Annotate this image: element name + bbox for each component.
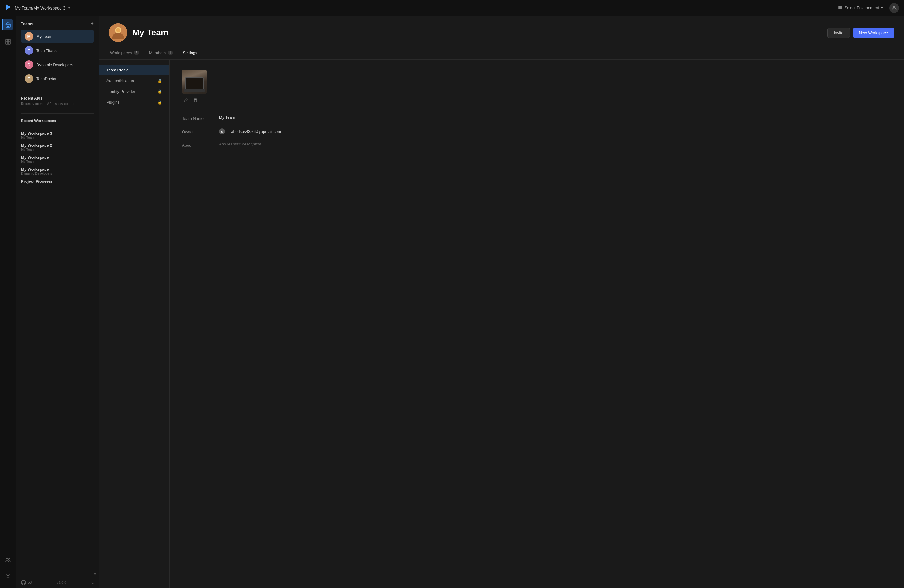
tab-workspaces[interactable]: Workspaces 3 <box>109 47 141 59</box>
team-header-left: My Team <box>109 24 169 42</box>
tabs-bar: Workspaces 3 Members 1 Settings <box>99 47 904 60</box>
topbar: My Team/My Workspace 3 ▾ Select Environm… <box>0 0 904 16</box>
workspace-name-4: Project Pioneers <box>21 179 94 183</box>
owner-divider: | <box>228 129 228 134</box>
grid-icon[interactable] <box>2 36 14 47</box>
tab-settings-label: Settings <box>183 51 198 55</box>
scroll-down-arrow[interactable]: ▾ <box>94 571 96 577</box>
new-workspace-button[interactable]: New Workspace <box>853 28 894 38</box>
svg-point-13 <box>7 575 9 577</box>
tab-members[interactable]: Members 1 <box>148 47 174 59</box>
workspace-team-3: Dynamic Developers <box>21 172 94 175</box>
select-env-label: Select Environment <box>844 6 879 10</box>
settings-item-plugins[interactable]: Plugins 🔒 <box>99 97 169 107</box>
svg-point-12 <box>8 559 10 560</box>
add-team-button[interactable]: + <box>90 21 94 27</box>
workspace-team-0: My Team <box>21 136 94 139</box>
team-header-actions: Invite New Workspace <box>827 28 894 38</box>
team-avatar-tech-titans: T <box>25 46 33 55</box>
workspace-item-3[interactable]: My Workspace Dynamic Developers <box>21 165 94 177</box>
team-name-my-team: My Team <box>36 34 52 39</box>
github-count: 53 <box>28 580 32 585</box>
team-name-label: Team Name <box>182 115 213 121</box>
workspace-item-4[interactable]: Project Pioneers <box>21 177 94 185</box>
recent-apis-section: Recent APIs Recently opened APIs show up… <box>16 94 99 111</box>
workspace-team-2: My Team <box>21 160 94 163</box>
sidebar: Teams + M My Team T Tech Titans D Dynami… <box>16 16 99 588</box>
recent-apis-subtitle: Recently opened APIs show up here. <box>21 102 94 106</box>
tab-settings[interactable]: Settings <box>182 47 199 59</box>
svg-rect-2 <box>838 7 842 8</box>
team-item-my-team[interactable]: M My Team <box>21 30 94 43</box>
workspace-scroll-container: My Workspace 3 My Team My Workspace 2 My… <box>16 127 99 577</box>
workspace-item-0[interactable]: My Workspace 3 My Team <box>21 129 94 141</box>
team-avatar-my-team: M <box>25 32 33 41</box>
layers-icon <box>838 5 842 11</box>
workspace-item-1[interactable]: My Workspace 2 My Team <box>21 141 94 153</box>
svg-rect-10 <box>8 42 11 44</box>
settings-item-authentication[interactable]: Authenthication 🔒 <box>99 75 169 86</box>
recent-apis-title: Recent APIs <box>21 96 94 101</box>
svg-rect-18 <box>194 100 197 102</box>
about-label: About <box>182 142 213 148</box>
team-name-tech-titans: Tech Titans <box>36 48 57 53</box>
invite-button[interactable]: Invite <box>827 28 850 38</box>
topbar-title: My Team/My Workspace 3 <box>15 6 65 11</box>
user-avatar[interactable] <box>889 3 899 13</box>
settings-content: Team Name My Team Owner s | abcdsus43s6@… <box>170 60 904 588</box>
team-item-dynamic-developers[interactable]: D Dynamic Developers <box>21 58 94 71</box>
sidebar-bottom: 53 v2.8.0 « <box>16 577 99 588</box>
workspace-name-1: My Workspace 2 <box>21 143 94 148</box>
team-name-dynamic-developers: Dynamic Developers <box>36 62 73 67</box>
about-field: About Add teams's description <box>182 142 892 148</box>
team-photo-wrapper <box>182 70 207 105</box>
team-photo-section <box>182 70 892 105</box>
plugins-label: Plugins <box>106 100 120 104</box>
github-info[interactable]: 53 <box>21 580 32 585</box>
svg-rect-3 <box>838 8 842 9</box>
rail-bottom-group <box>2 555 14 585</box>
team-icon[interactable] <box>2 555 14 566</box>
svg-rect-7 <box>6 40 8 41</box>
team-header-avatar <box>109 24 127 42</box>
topbar-left: My Team/My Workspace 3 ▾ <box>5 4 70 12</box>
about-value[interactable]: Add teams's description <box>219 142 261 146</box>
select-environment-button[interactable]: Select Environment ▾ <box>834 3 886 13</box>
owner-field: Owner s | abcdsus43s6@yopmail.com <box>182 128 892 134</box>
settings-icon[interactable] <box>2 571 14 582</box>
settings-item-identity-provider[interactable]: Identity Provider 🔒 <box>99 86 169 97</box>
team-item-tech-doctor[interactable]: T TechDoctor <box>21 72 94 85</box>
edit-photo-button[interactable] <box>182 96 190 105</box>
topbar-dropdown-icon[interactable]: ▾ <box>68 6 70 10</box>
logo-icon[interactable] <box>5 4 12 12</box>
workspace-list: My Workspace 3 My Team My Workspace 2 My… <box>16 127 99 577</box>
delete-photo-button[interactable] <box>192 96 199 105</box>
workspace-name-0: My Workspace 3 <box>21 131 94 136</box>
home-icon[interactable] <box>2 19 13 30</box>
identity-provider-lock-icon: 🔒 <box>157 90 162 94</box>
team-name-tech-doctor: TechDoctor <box>36 77 57 81</box>
team-avatar-dynamic-developers: D <box>25 60 33 69</box>
teams-title: Teams <box>21 22 33 26</box>
owner-value: s | abcdsus43s6@yopmail.com <box>219 128 281 134</box>
svg-point-16 <box>116 28 120 32</box>
recent-workspaces-section: Recent Workspaces <box>16 116 99 127</box>
select-env-dropdown-icon: ▾ <box>881 6 883 10</box>
settings-item-team-profile[interactable]: Team Profile <box>99 65 169 75</box>
svg-marker-0 <box>6 4 11 10</box>
authentication-lock-icon: 🔒 <box>157 79 162 83</box>
owner-label: Owner <box>182 128 213 134</box>
team-photo <box>182 70 207 94</box>
plugins-lock-icon: 🔒 <box>157 100 162 104</box>
team-profile-label: Team Profile <box>106 68 128 72</box>
team-item-tech-titans[interactable]: T Tech Titans <box>21 44 94 57</box>
svg-rect-1 <box>838 6 842 7</box>
identity-provider-label: Identity Provider <box>106 89 135 94</box>
sidebar-collapse-button[interactable]: « <box>91 580 94 585</box>
workspace-item-2[interactable]: My Workspace My Team <box>21 153 94 165</box>
workspace-team-1: My Team <box>21 148 94 151</box>
main-content: My Team Invite New Workspace Workspaces … <box>99 16 904 588</box>
authentication-label: Authenthication <box>106 78 134 83</box>
tab-members-badge: 1 <box>168 51 173 55</box>
sidebar-version: v2.8.0 <box>57 581 66 584</box>
